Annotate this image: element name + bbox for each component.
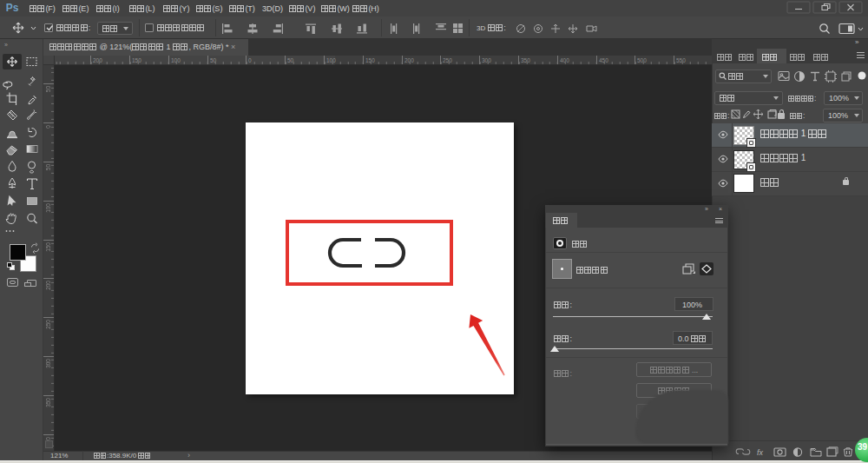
svg-text:fx: fx xyxy=(757,448,764,457)
